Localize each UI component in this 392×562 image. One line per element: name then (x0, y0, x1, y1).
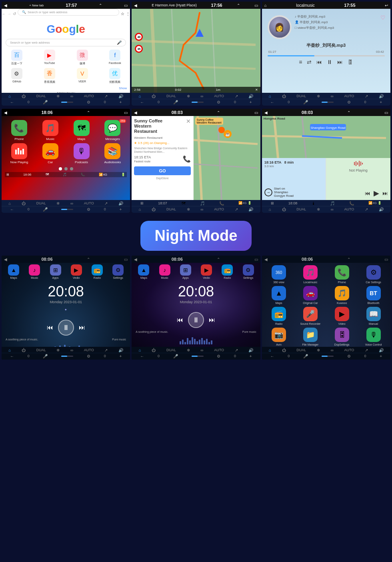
back-icon[interactable]: ◀ (134, 110, 137, 115)
up-icon[interactable]: ⌃ (237, 3, 240, 8)
link-facebook[interactable]: f Facebook (100, 50, 130, 66)
up-icon[interactable]: ⌃ (217, 110, 220, 115)
tab-icon[interactable]: + New tab (29, 4, 44, 7)
snowflake-icon[interactable]: ❄ (187, 348, 190, 352)
mic-icon[interactable]: 🎤 (173, 100, 178, 104)
mic-icon[interactable]: 🎤 (303, 354, 308, 358)
arrow-left-icon[interactable]: ← (10, 207, 14, 212)
volume-icon[interactable]: 🔊 (248, 207, 253, 212)
vol-up-icon[interactable]: + (120, 354, 122, 358)
link-baidu[interactable]: 百 百度一下 (2, 50, 32, 66)
nav-icon[interactable]: ↗ (235, 207, 238, 212)
go-button[interactable]: GO (134, 166, 190, 175)
mic-icon[interactable]: 🎤 (43, 100, 48, 104)
shuffle-icon[interactable]: ⇄ (307, 59, 312, 65)
app-phone[interactable]: 📞 Phone (5, 120, 34, 141)
nav-icon[interactable]: ↗ (365, 348, 368, 352)
address-bar[interactable]: 🔍 Search or type web address (18, 9, 119, 16)
heart-icon[interactable]: ♡ (380, 14, 386, 21)
fan-icon[interactable]: ⚙ (347, 354, 351, 358)
chevron-icon[interactable]: ⌃ (87, 110, 90, 115)
loop-icon[interactable]: ∞ (70, 94, 73, 98)
app-settings[interactable]: ⚙ Settings (112, 264, 124, 279)
app-radio[interactable]: 📻 Radio (264, 307, 294, 325)
next-btn[interactable]: ⏭ (382, 190, 388, 196)
loop-icon[interactable]: ∞ (331, 94, 334, 98)
menu-icon[interactable]: ▭ (124, 3, 128, 8)
fan-icon[interactable]: ⚙ (347, 100, 351, 104)
back-btn[interactable]: ◀ (134, 3, 137, 8)
window-icon[interactable]: ▭ (124, 257, 128, 262)
temp-slider[interactable] (322, 354, 334, 358)
app-podcasts[interactable]: 🎙 Podcasts (67, 143, 96, 164)
up-icon[interactable]: ⌃ (217, 257, 220, 262)
app-phone[interactable]: 📞 Phone (327, 265, 356, 284)
link-youtube[interactable]: ▶ YouTube (34, 50, 65, 66)
temp-slider[interactable] (61, 354, 73, 358)
loop-icon[interactable]: ∞ (200, 207, 203, 212)
back-icon[interactable]: ◀ (4, 257, 7, 262)
music-icon[interactable]: 🎵 (200, 201, 205, 206)
mic-icon[interactable]: 🎤 (173, 354, 178, 358)
nav-icon[interactable]: ↗ (104, 201, 108, 206)
arrow-left-icon[interactable]: ← (140, 354, 144, 358)
mic-icon[interactable]: 🎤 (43, 207, 48, 212)
app-maps[interactable]: ▲ Maps (264, 286, 294, 304)
next-btn[interactable]: ⏭ (79, 324, 85, 331)
bookmark-icon[interactable]: ☆ (121, 12, 124, 16)
close-btn[interactable]: ✕ (255, 88, 258, 92)
app-music[interactable]: ♪ Music (159, 264, 170, 279)
nav-icon[interactable]: ↗ (104, 348, 108, 352)
vol-up-icon[interactable]: + (120, 207, 122, 212)
music-progress-bar[interactable] (268, 55, 385, 56)
link-youku[interactable]: 优 优酷视频 (100, 68, 130, 84)
volume-icon[interactable]: 🔊 (118, 348, 123, 352)
power-icon[interactable]: ⏻ (282, 207, 286, 212)
next-btn[interactable]: ⏭ (209, 316, 215, 324)
arrow-left-icon[interactable]: ← (270, 100, 274, 104)
vol-up-icon[interactable]: + (250, 354, 252, 358)
back-icon[interactable]: ◀ (4, 3, 7, 8)
app-radio[interactable]: 📻 Radio (222, 264, 233, 279)
link-veer[interactable]: V VEER (67, 68, 98, 84)
back-icon[interactable]: ◀ (264, 110, 268, 115)
home-icon[interactable]: ⌂ (264, 3, 267, 8)
volume-icon[interactable]: 🔊 (118, 94, 123, 98)
list-icon[interactable]: ≡ (299, 59, 302, 65)
home-icon[interactable]: ⌂ (269, 94, 271, 98)
prev-btn[interactable]: ⏮ (365, 190, 370, 196)
app-maps[interactable]: ▲ Maps (8, 264, 19, 279)
window-icon[interactable]: ▭ (124, 110, 128, 115)
snowflake-icon[interactable]: ❄ (187, 207, 190, 212)
app-vedio[interactable]: ▶ Vedio (201, 264, 212, 279)
up-icon[interactable]: ⌃ (347, 257, 350, 262)
app-music[interactable]: ♪ Music (29, 264, 40, 279)
back-icon[interactable]: ◀ (264, 257, 268, 262)
map-icon[interactable]: 🗺 (182, 201, 186, 206)
snowflake-icon[interactable]: ❄ (56, 201, 60, 206)
vol-up-icon[interactable]: + (380, 100, 382, 104)
loop-icon[interactable]: ∞ (70, 201, 73, 206)
more-icon[interactable]: ⋮ (126, 12, 130, 16)
chevron-icon[interactable]: ⌃ (99, 3, 102, 8)
app-maps[interactable]: 🗺 Maps (67, 120, 96, 141)
home-icon[interactable]: ⌂ (139, 348, 141, 352)
power-icon[interactable]: ⏻ (152, 348, 156, 352)
temp-slider[interactable] (61, 100, 73, 104)
music-icon[interactable]: 🎵 (330, 201, 335, 206)
back-icon[interactable]: ↩ (385, 3, 388, 8)
fan-icon[interactable]: ⚙ (217, 354, 220, 358)
nav-icon[interactable]: ↗ (365, 207, 368, 212)
phone-icon[interactable]: 📞 (349, 201, 354, 206)
nav-icon[interactable]: ↗ (235, 94, 238, 98)
app-apps[interactable]: ⊞ Apps (180, 264, 191, 279)
app-messages[interactable]: 💬 259 Messages (98, 120, 127, 141)
power-icon[interactable]: ⏻ (282, 94, 286, 98)
loop-icon[interactable]: ∞ (200, 94, 203, 98)
power-icon[interactable]: ⏻ (282, 348, 286, 352)
nav-icon[interactable]: ↗ (365, 94, 368, 98)
fan-icon[interactable]: ⚙ (87, 354, 90, 358)
power-icon[interactable]: ⏻ (22, 201, 26, 206)
home-icon[interactable]: ⌂ (269, 348, 271, 352)
play-btn[interactable]: ▶ (374, 189, 379, 198)
